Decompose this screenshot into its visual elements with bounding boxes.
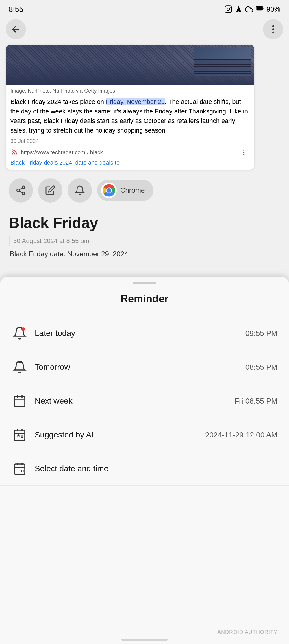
article-link[interactable]: Black Friday deals 2024: date and deals … [10, 159, 250, 166]
share-button[interactable] [9, 178, 33, 203]
tomorrow-icon [12, 359, 28, 375]
svg-point-21 [21, 327, 25, 331]
article-image-caption: Image: NurPhoto, NurPhoto via Getty Imag… [6, 85, 254, 96]
svg-point-22 [18, 361, 21, 363]
rss-icon [10, 148, 18, 157]
navigation-icon [235, 5, 243, 13]
article-body: Black Friday 2024 takes place on Friday,… [6, 96, 254, 170]
reminder-item-custom[interactable]: Select date and time [0, 452, 289, 486]
reminder-item-next-week[interactable]: Next week Fri 08:55 PM [0, 384, 289, 418]
article-source: https://www.techradar.com › black... [10, 147, 250, 158]
article-card: Image: NurPhoto, NurPhoto via Getty Imag… [6, 45, 254, 170]
svg-line-16 [19, 191, 22, 193]
svg-point-12 [243, 154, 245, 156]
svg-point-7 [272, 28, 274, 30]
sheet-title: Reminder [0, 293, 289, 305]
svg-rect-31 [14, 464, 25, 474]
svg-point-8 [272, 32, 274, 33]
battery-percent: 90% [266, 5, 280, 13]
article-image [6, 45, 254, 85]
note-timestamp: 30 August 2024 at 8:55 pm [9, 236, 280, 246]
note-title: Black Friday [9, 214, 280, 231]
svg-point-13 [22, 186, 25, 189]
reminder-label-custom: Select date and time [35, 464, 277, 473]
chrome-button[interactable]: Chrome [97, 180, 153, 201]
svg-rect-23 [14, 396, 25, 407]
home-indicator [121, 639, 168, 641]
article-highlight: Friday, November 29 [106, 98, 165, 105]
svg-line-17 [19, 188, 22, 190]
svg-point-2 [230, 7, 230, 8]
svg-rect-27 [14, 430, 25, 441]
edit-button[interactable] [38, 178, 62, 203]
reminder-label-tomorrow: Tomorrow [35, 363, 245, 372]
reminder-item-ai[interactable]: Suggested by AI 2024-11-29 12:00 AM [0, 418, 289, 452]
cloud-icon [245, 5, 253, 13]
action-buttons: Chrome [0, 172, 289, 208]
top-nav-bar [0, 17, 289, 42]
custom-date-icon [12, 461, 28, 477]
svg-point-15 [22, 192, 25, 195]
article-text-before: Black Friday 2024 takes place on [10, 98, 106, 105]
article-source-url: https://www.techradar.com › black... [21, 149, 236, 156]
status-bar: 8:55 [0, 0, 289, 17]
reminder-item-tomorrow[interactable]: Tomorrow 08:55 PM [0, 350, 289, 384]
note-content-preview: Black Friday date: November 29, 2024 [9, 250, 280, 258]
reminder-label-later-today: Later today [35, 329, 245, 338]
instagram-icon [224, 5, 232, 13]
status-time: 8:55 [9, 5, 23, 14]
svg-rect-0 [225, 6, 231, 12]
note-title-section: Black Friday 30 August 2024 at 8:55 pm B… [0, 208, 289, 261]
later-today-icon [12, 325, 28, 341]
reminder-label-next-week: Next week [35, 396, 234, 406]
svg-point-6 [272, 25, 274, 27]
more-options-button[interactable] [263, 19, 283, 39]
svg-point-14 [17, 189, 20, 192]
battery-icon [255, 4, 264, 14]
ai-suggestion-icon [12, 427, 28, 443]
reminder-time-next-week: Fri 08:55 PM [234, 397, 277, 406]
svg-point-9 [12, 153, 13, 154]
article-text: Black Friday 2024 takes place on Friday,… [10, 97, 250, 135]
bottom-sheet: Reminder Later today 09:55 PM Tomorrow 0… [0, 277, 289, 644]
reminder-item-later-today[interactable]: Later today 09:55 PM [0, 317, 289, 350]
svg-point-20 [107, 188, 111, 193]
svg-rect-5 [257, 7, 262, 10]
svg-rect-4 [263, 8, 264, 9]
back-button[interactable] [6, 19, 26, 39]
reminder-label-ai: Suggested by AI [35, 430, 205, 439]
svg-point-10 [243, 150, 245, 151]
watermark: ANDROID AUTHORITY [217, 629, 277, 635]
sheet-handle [133, 282, 156, 284]
article-date: 30 Jul 2024 [10, 138, 250, 144]
reminder-time-tomorrow: 08:55 PM [245, 363, 277, 372]
reminder-time-later-today: 09:55 PM [245, 329, 277, 338]
svg-point-1 [227, 8, 229, 10]
reminder-bell-button[interactable] [68, 178, 92, 203]
status-icons: 90% [224, 4, 280, 14]
next-week-icon [12, 393, 28, 409]
article-menu-button[interactable] [238, 147, 250, 158]
chrome-label: Chrome [120, 186, 145, 194]
reminder-time-ai: 2024-11-29 12:00 AM [205, 430, 277, 439]
svg-point-11 [243, 152, 245, 153]
